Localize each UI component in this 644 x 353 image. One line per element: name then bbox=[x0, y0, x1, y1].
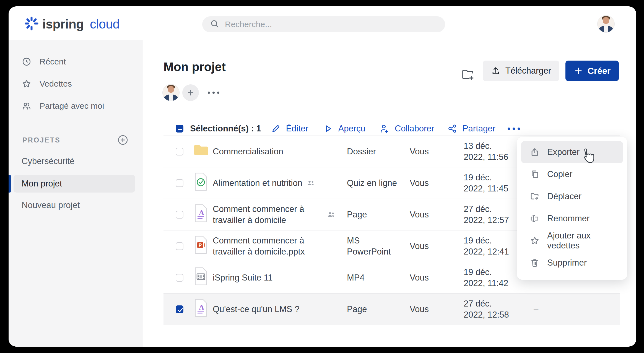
file-name[interactable]: Comment commencer à travailler à domicil… bbox=[213, 203, 323, 226]
menu-item-copy[interactable]: Copier bbox=[521, 163, 623, 185]
more-actions-button[interactable] bbox=[508, 128, 520, 130]
search-input[interactable] bbox=[225, 20, 437, 29]
menu-item-label: Ajouter aux vedettes bbox=[547, 231, 623, 251]
search-icon bbox=[210, 19, 219, 30]
file-owner: Vous bbox=[410, 177, 429, 188]
video-file-icon bbox=[193, 267, 208, 288]
preview-action[interactable]: Aperçu bbox=[324, 124, 365, 134]
download-button-label: Télécharger bbox=[505, 66, 551, 76]
sidebar-item-shared[interactable]: Partagé avec moi bbox=[9, 95, 142, 117]
row-checkbox[interactable] bbox=[176, 211, 183, 219]
row-checkbox[interactable] bbox=[176, 148, 183, 155]
file-owner: Vous bbox=[410, 303, 429, 315]
file-date: 19 déc.2022, 11:42 bbox=[464, 266, 519, 289]
edit-action-label: Éditer bbox=[286, 124, 308, 134]
file-owner: Vous bbox=[410, 209, 429, 220]
shared-people-icon bbox=[307, 179, 315, 187]
folder-plus-icon bbox=[461, 68, 474, 81]
file-type: MP4 bbox=[347, 272, 398, 283]
svg-text:A: A bbox=[199, 303, 204, 311]
row-checkbox[interactable] bbox=[176, 274, 183, 282]
app-logo: ispring cloud bbox=[25, 16, 120, 32]
menu-item-rename[interactable]: Renommer bbox=[521, 207, 623, 230]
create-button[interactable]: Créer bbox=[565, 61, 619, 81]
pencil-icon bbox=[271, 124, 281, 133]
plus-icon bbox=[574, 66, 583, 76]
file-type: MS PowerPoint bbox=[347, 235, 398, 257]
file-name[interactable]: Alimentation et nutrition bbox=[213, 177, 302, 188]
page-file-icon: A bbox=[193, 204, 208, 225]
file-type: Page bbox=[347, 209, 398, 220]
project-label: Mon projet bbox=[22, 179, 62, 189]
sidebar-item-recent[interactable]: Récent bbox=[9, 51, 142, 73]
menu-item-export[interactable]: Exporter bbox=[521, 141, 623, 163]
user-avatar[interactable] bbox=[597, 15, 615, 33]
share-action[interactable]: Partager bbox=[448, 124, 495, 134]
page-file-icon: A bbox=[193, 298, 208, 320]
file-name[interactable]: Qu'est-ce qu'un LMS ? bbox=[213, 303, 299, 315]
menu-item-add-to-starred[interactable]: Ajouter aux vedettes bbox=[521, 230, 623, 252]
members-more-button[interactable] bbox=[208, 92, 219, 94]
file-type: Dossier bbox=[347, 146, 398, 157]
menu-item-label: Renommer bbox=[547, 214, 590, 224]
file-type: Page bbox=[347, 303, 398, 315]
sidebar-project-nouveau-projet[interactable]: Nouveau projet bbox=[9, 196, 142, 214]
rename-icon bbox=[530, 214, 539, 223]
clock-icon bbox=[22, 57, 31, 66]
menu-item-label: Exporter bbox=[547, 147, 580, 157]
search-bar[interactable] bbox=[202, 16, 445, 32]
svg-text:P: P bbox=[199, 242, 202, 248]
share-action-label: Partager bbox=[463, 124, 495, 134]
star-icon bbox=[530, 236, 539, 245]
file-owner: Vous bbox=[410, 272, 429, 283]
file-date: 13 déc.2022, 11:56 bbox=[464, 140, 519, 163]
collaborate-action-label: Collaborer bbox=[395, 124, 434, 134]
project-members bbox=[162, 84, 219, 101]
menu-item-delete[interactable]: Supprimer bbox=[521, 252, 623, 274]
projects-section-label: PROJETS bbox=[22, 136, 61, 144]
file-date: 27 déc.2022, 12:57 bbox=[464, 203, 519, 226]
project-label: Cybersécurité bbox=[22, 156, 74, 166]
edit-action[interactable]: Éditer bbox=[271, 124, 308, 134]
file-date: 27 déc.2022, 12:58 bbox=[464, 298, 519, 320]
row-checkbox[interactable] bbox=[176, 242, 183, 250]
logo-brand-text: ispring bbox=[42, 17, 84, 32]
sidebar-project-cybersecurite[interactable]: Cybersécurité bbox=[9, 152, 142, 170]
ispring-spinner-icon bbox=[25, 17, 38, 32]
page-title: Mon projet bbox=[163, 60, 226, 74]
star-icon bbox=[22, 79, 31, 89]
add-project-button[interactable] bbox=[117, 134, 128, 146]
people-icon bbox=[22, 101, 31, 111]
member-avatar[interactable] bbox=[162, 84, 180, 101]
sidebar-item-starred[interactable]: Vedettes bbox=[9, 73, 142, 95]
menu-item-label: Déplacer bbox=[547, 191, 581, 201]
selected-count-label: Sélectionné(s) : 1 bbox=[190, 124, 261, 134]
menu-item-move[interactable]: Déplacer bbox=[521, 185, 623, 207]
quiz-file-icon bbox=[193, 172, 208, 194]
upload-icon bbox=[491, 66, 500, 76]
export-icon bbox=[530, 147, 539, 157]
logo-product-text: cloud bbox=[90, 17, 120, 32]
sidebar-project-mon-projet[interactable]: Mon projet bbox=[9, 175, 142, 193]
file-name[interactable]: Commercialisation bbox=[213, 146, 283, 157]
desktop-background: ispring cloud Récent Vedettes bbox=[0, 0, 644, 353]
row-checkbox[interactable] bbox=[176, 179, 183, 187]
collaborate-action[interactable]: Collaborer bbox=[379, 124, 434, 134]
menu-item-label: Copier bbox=[547, 169, 572, 179]
powerpoint-file-icon: P bbox=[193, 235, 208, 257]
file-owner: Vous bbox=[410, 240, 429, 251]
download-button[interactable]: Télécharger bbox=[483, 61, 559, 81]
menu-item-label: Supprimer bbox=[547, 258, 587, 268]
sidebar-item-label: Partagé avec moi bbox=[40, 101, 104, 111]
table-row-selected[interactable]: A Qu'est-ce qu'un LMS ? Page Vous 27 déc… bbox=[163, 294, 620, 325]
select-all-checkbox[interactable] bbox=[176, 125, 183, 133]
add-member-button[interactable] bbox=[182, 84, 199, 101]
trash-icon bbox=[530, 258, 539, 268]
person-plus-icon bbox=[379, 124, 389, 134]
svg-text:A: A bbox=[199, 208, 204, 216]
row-checkbox-checked[interactable] bbox=[176, 305, 183, 313]
file-name[interactable]: Comment commencer à travailler à domicil… bbox=[213, 235, 325, 257]
file-name[interactable]: iSpring Suite 11 bbox=[213, 272, 273, 283]
new-folder-button[interactable] bbox=[461, 68, 474, 81]
file-owner: Vous bbox=[410, 146, 429, 157]
